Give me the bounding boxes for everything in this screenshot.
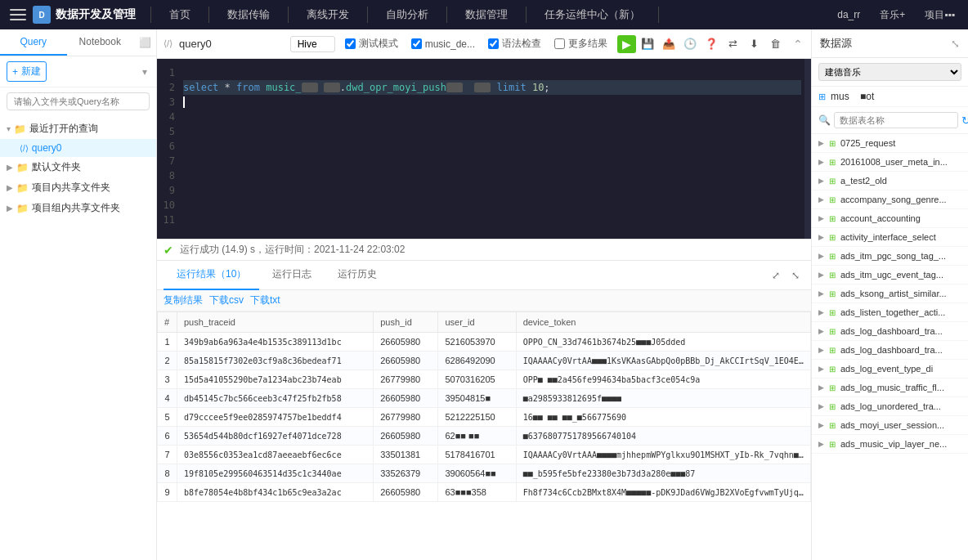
cell-push-id: 26779980 <box>374 408 438 427</box>
table-list-item[interactable]: ▶ ⊞ ads_log_dashboard_tra... <box>812 322 968 341</box>
table-item-name: ads_itm_ugc_event_tag... <box>840 270 961 280</box>
table-list-item[interactable]: ▶ ⊞ account_accounting <box>812 209 968 228</box>
nav-task-ops[interactable]: 任务运维中心（新） <box>531 0 653 29</box>
test-mode-checkbox-label[interactable]: 测试模式 <box>342 35 401 52</box>
table-row: 7 03e8556c0353ea1cd87aeeaebf6ec6ce 33501… <box>158 446 811 464</box>
table-list-item[interactable]: ▶ ⊞ ads_music_vip_layer_ne... <box>812 435 968 454</box>
nav-offline-dev[interactable]: 离线开发 <box>294 0 362 29</box>
download-icon-btn[interactable]: ⬇ <box>744 34 764 54</box>
db-item[interactable]: ⊞ mus ■ot <box>812 87 968 107</box>
table-item-name: ads_log_dashboard_tra... <box>840 326 961 336</box>
tab-notebook[interactable]: Notebook <box>67 29 134 56</box>
tab-log[interactable]: 运行日志 <box>259 261 325 290</box>
fullscreen-results-btn[interactable]: ⤡ <box>786 267 804 284</box>
table-list-item[interactable]: ▶ ⊞ a_test2_old <box>812 172 968 190</box>
cell-num: 2 <box>158 352 177 370</box>
music-de-checkbox-label[interactable]: music_de... <box>408 37 478 52</box>
nav-user[interactable]: da_rr <box>831 6 867 24</box>
table-row: 9 b8fe78054e4b8bf434c1b65c9ea3a2ac 26605… <box>158 483 811 502</box>
nav-home[interactable]: 首页 <box>156 0 204 29</box>
expand-arrow-icon: ▶ <box>818 327 824 335</box>
expand-button[interactable]: ▾ <box>140 64 150 80</box>
hive-select[interactable]: Hive <box>290 36 335 52</box>
cell-user-id: 39504815■ <box>438 389 516 408</box>
table-item-name: a_test2_old <box>840 176 961 186</box>
sidebar-search-input[interactable] <box>7 92 150 110</box>
grammar-check-checkbox[interactable] <box>488 38 499 49</box>
table-list-item[interactable]: ▶ ⊞ activity_interface_select <box>812 228 968 247</box>
download-txt-btn[interactable]: 下载txt <box>250 293 280 307</box>
result-tabs: 运行结果（10） 运行日志 运行历史 ⤢ ⤡ <box>157 261 811 290</box>
expand-arrow-icon: ▶ <box>818 402 824 410</box>
table-list-item[interactable]: ▶ ⊞ ads_log_dashboard_tra... <box>812 341 968 360</box>
sidebar-toggle-btn[interactable]: ⬜ <box>133 29 156 56</box>
tab-history[interactable]: 运行历史 <box>325 261 390 290</box>
table-list-item[interactable]: ▶ ⊞ ads_listen_together_acti... <box>812 303 968 322</box>
table-list-item[interactable]: ▶ ⊞ 20161008_user_meta_in... <box>812 153 968 172</box>
hamburger-menu[interactable] <box>7 3 29 26</box>
tree-item-default-folder[interactable]: ▶ 📁 默认文件夹 <box>0 157 156 177</box>
copy-result-btn[interactable]: 复制结果 <box>164 293 203 307</box>
nav-data-transfer[interactable]: 数据传输 <box>214 0 283 29</box>
format-icon-btn[interactable]: ⇄ <box>723 34 742 54</box>
tree-section-recent[interactable]: ▾ 📁 最近打开的查询 <box>0 119 156 139</box>
sidebar-actions: + + 新建 新建 ▾ <box>0 56 156 87</box>
cell-push-id: 33501381 <box>374 446 438 464</box>
history-icon-btn[interactable]: 🕒 <box>680 34 700 54</box>
test-mode-checkbox[interactable] <box>345 38 356 49</box>
table-header-row: # push_traceid push_id user_id device_to… <box>158 312 811 333</box>
run-button[interactable]: ▶ <box>617 35 636 53</box>
tree-item-shared-folder[interactable]: ▶ 📁 项目内共享文件夹 <box>0 177 156 198</box>
table-row: 3 15d5a41055290be7a1234abc23b74eab 26779… <box>158 370 811 389</box>
save-icon-btn[interactable]: 💾 <box>638 34 657 54</box>
table-row: 5 d79cccee5f9ee0285974757be1beddf4 26779… <box>158 408 811 427</box>
refresh-icon[interactable]: ↻ <box>961 114 968 127</box>
table-list-item[interactable]: ▶ ⊞ ads_itm_ugc_event_tag... <box>812 266 968 284</box>
delete-icon-btn[interactable]: 🗑 <box>765 34 785 54</box>
right-panel-collapse-icon[interactable]: ⤡ <box>951 38 960 50</box>
more-results-label[interactable]: 更多结果 <box>551 35 611 52</box>
table-list-item[interactable]: ▶ ⊞ 0725_request <box>812 134 968 153</box>
code-line-2: select * from music_ .dwd_opr_moyi_push … <box>183 80 801 95</box>
main-layout: Query Notebook ⬜ + + 新建 新建 ▾ ▾ 📁 最近打开的查询 <box>0 29 968 560</box>
tree-item-query0[interactable]: ⟨/⟩ query0 <box>0 139 156 157</box>
expand-arrow-icon: ▶ <box>818 158 824 166</box>
expand-results-btn[interactable]: ⤢ <box>767 267 785 284</box>
nav-self-analysis[interactable]: 自助分析 <box>373 0 441 29</box>
hive-select-wrapper: Hive <box>290 36 335 52</box>
table-search-input[interactable] <box>834 112 958 128</box>
editor-resize-handle[interactable] <box>804 59 811 239</box>
table-list-item[interactable]: ▶ ⊞ accompany_song_genre... <box>812 190 968 209</box>
table-list-item[interactable]: ▶ ⊞ ads_itm_pgc_song_tag_... <box>812 247 968 266</box>
collapse-editor-btn[interactable]: ⌃ <box>791 36 804 52</box>
table-list-item[interactable]: ▶ ⊞ ads_moyi_user_session... <box>812 416 968 435</box>
music-de-checkbox[interactable] <box>411 38 422 49</box>
tab-result[interactable]: 运行结果（10） <box>164 261 259 290</box>
table-item-name: ads_log_music_traffic_fl... <box>840 383 961 392</box>
col-device-token: device_token <box>516 312 810 333</box>
table-list-item[interactable]: ▶ ⊞ ads_log_event_type_di <box>812 360 968 379</box>
search-icon: 🔍 <box>818 114 831 126</box>
table-list-item[interactable]: ▶ ⊞ ads_ksong_artist_similar... <box>812 284 968 303</box>
more-results-checkbox[interactable] <box>554 38 565 49</box>
table-list-item[interactable]: ▶ ⊞ ads_log_music_traffic_fl... <box>812 379 968 397</box>
table-item-name: ads_itm_pgc_song_tag_... <box>840 251 961 261</box>
cell-user-id: 39060564■■ <box>438 464 516 483</box>
table-list-item[interactable]: ▶ ⊞ ads_log_unordered_tra... <box>812 397 968 416</box>
nav-music[interactable]: 音乐+ <box>873 5 912 25</box>
code-editor[interactable]: select * from music_ .dwd_opr_moyi_push … <box>180 59 804 239</box>
toolbar-icons: ▶ 💾 📤 🕒 ❓ ⇄ ⬇ 🗑 <box>617 34 785 54</box>
nav-project[interactable]: 项目▪▪▪ <box>918 5 961 25</box>
help-icon-btn[interactable]: ❓ <box>701 34 721 54</box>
nav-data-mgmt[interactable]: 数据管理 <box>452 0 521 29</box>
db-select[interactable]: 建德音乐 <box>818 63 961 81</box>
new-query-button[interactable]: + + 新建 新建 <box>7 61 47 82</box>
table-icon: ⊞ <box>829 233 836 242</box>
cell-push-id: 26605980 <box>374 427 438 446</box>
download-csv-btn[interactable]: 下载csv <box>209 293 244 307</box>
share-icon-btn[interactable]: 📤 <box>659 34 679 54</box>
tree-item-group-folder[interactable]: ▶ 📁 项目组内共享文件夹 <box>0 198 156 218</box>
grammar-check-label[interactable]: 语法检查 <box>485 35 544 52</box>
folder-icon-3: 📁 <box>16 182 29 194</box>
tab-query[interactable]: Query <box>0 29 67 56</box>
